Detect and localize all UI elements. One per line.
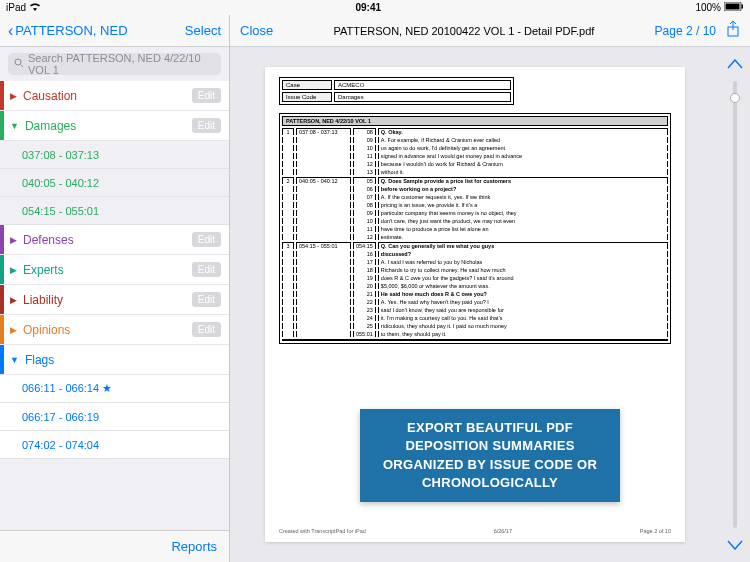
triangle-right-icon: ▶	[10, 91, 17, 101]
meta-table: CaseACMECO Issue CodeDamages	[279, 77, 514, 105]
footer-date: 6/26/17	[494, 528, 512, 534]
depo-line: 22A. Yes. He said why haven't they paid …	[282, 299, 668, 305]
search-placeholder: Search PATTERSON, NED 4/22/10 VOL 1	[28, 52, 215, 76]
depo-line: 08pricing is an issue, we provide it. If…	[282, 202, 668, 208]
range-item[interactable]: 037:08 - 037:13	[0, 141, 229, 169]
depo-line: 20$5,000, $6,000 or whatever the amount …	[282, 283, 668, 289]
chevron-left-icon: ‹	[8, 22, 13, 40]
battery-pct: 100%	[695, 2, 721, 13]
depo-line: 21He said how much does R & C owe you?	[282, 291, 668, 297]
scroll-track[interactable]	[733, 81, 737, 528]
status-time: 09:41	[355, 2, 381, 13]
promo-banner: EXPORT BEAUTIFUL PDF DEPOSITION SUMMARIE…	[360, 409, 620, 502]
page-scroll-control	[720, 47, 750, 562]
edit-button[interactable]: Edit	[192, 292, 221, 307]
depo-line: 16discussed?	[282, 251, 668, 257]
color-marker	[0, 345, 4, 374]
status-bar: iPad 09:41 100%	[0, 0, 750, 15]
color-marker	[0, 225, 4, 254]
depo-line: 09particular company that seems money is…	[282, 210, 668, 216]
deposition-table: PATTERSON, NED 4/22/10 VOL 1 1037:08 - 0…	[279, 113, 671, 344]
depo-line: 055:01to them, they should pay it.	[282, 331, 668, 337]
sidebar: ‹ PATTERSON, NED Select Search PATTERSON…	[0, 15, 230, 562]
depo-line: 25ridiculous, they should pay it. I paid…	[282, 323, 668, 329]
back-label: PATTERSON, NED	[15, 23, 127, 38]
issue-label: Defenses	[23, 233, 192, 247]
chevron-down-icon[interactable]	[727, 536, 743, 554]
depo-line: 06before working on a project?	[282, 186, 668, 192]
range-item[interactable]: 040:05 - 040:12	[0, 169, 229, 197]
depo-title: PATTERSON, NED 4/22/10 VOL 1	[282, 116, 668, 126]
issue-flags[interactable]: ▼ Flags	[0, 345, 229, 375]
search-icon	[14, 58, 24, 70]
meta-value: ACMECO	[334, 80, 511, 90]
content-header: Close PATTERSON, NED 20100422 VOL 1 - De…	[230, 15, 750, 47]
carrier-label: iPad	[6, 2, 26, 13]
issue-label: Causation	[23, 89, 192, 103]
sidebar-header: ‹ PATTERSON, NED Select	[0, 15, 229, 47]
triangle-right-icon: ▶	[10, 295, 17, 305]
select-button[interactable]: Select	[185, 23, 221, 38]
pdf-footer: Created with TranscriptPad for iPad 6/26…	[279, 528, 671, 534]
edit-button[interactable]: Edit	[192, 88, 221, 103]
depo-line: 24it. I'm making a courtesy call to you.…	[282, 315, 668, 321]
depo-line: 18Richards to try to collect money. He s…	[282, 267, 668, 273]
reports-button[interactable]: Reports	[171, 539, 217, 554]
footer-page: Page 2 of 10	[640, 528, 671, 534]
color-marker	[0, 111, 4, 140]
svg-point-3	[15, 59, 21, 65]
flag-label: 066:11 - 066:14 ★	[22, 382, 112, 395]
edit-button[interactable]: Edit	[192, 118, 221, 133]
banner-line2: ORGANIZED BY ISSUE CODE OR CHRONOLOGICAL…	[382, 456, 598, 492]
footer-credit: Created with TranscriptPad for iPad	[279, 528, 366, 534]
battery-icon	[724, 2, 744, 13]
triangle-down-icon: ▼	[10, 355, 19, 365]
issue-damages[interactable]: ▼ Damages Edit	[0, 111, 229, 141]
back-button[interactable]: ‹ PATTERSON, NED	[8, 22, 128, 40]
issue-label: Damages	[25, 119, 192, 133]
issue-liability[interactable]: ▶ Liability Edit	[0, 285, 229, 315]
edit-button[interactable]: Edit	[192, 322, 221, 337]
depo-line: 11have time to produce a price list let …	[282, 226, 668, 232]
search-input[interactable]: Search PATTERSON, NED 4/22/10 VOL 1	[8, 53, 221, 75]
flag-item[interactable]: 066:17 - 066:19	[0, 403, 229, 431]
share-icon[interactable]	[726, 21, 740, 40]
depo-line: 13without it.	[282, 169, 668, 175]
banner-line1: EXPORT BEAUTIFUL PDF DEPOSITION SUMMARIE…	[382, 419, 598, 455]
color-marker	[0, 285, 4, 314]
svg-line-4	[21, 65, 24, 68]
svg-rect-2	[741, 5, 743, 9]
edit-button[interactable]: Edit	[192, 262, 221, 277]
depo-line: 12because I wouldn't do work for Richard…	[282, 161, 668, 167]
color-marker	[0, 255, 4, 284]
issue-causation[interactable]: ▶ Causation Edit	[0, 81, 229, 111]
depo-line: 2040:05 - 040:1205Q. Does Sample provide…	[282, 177, 668, 184]
depo-line: 11signed in advance and I would get mone…	[282, 153, 668, 159]
scroll-thumb[interactable]	[730, 93, 740, 103]
flag-item[interactable]: 066:11 - 066:14 ★	[0, 375, 229, 403]
issue-experts[interactable]: ▶ Experts Edit	[0, 255, 229, 285]
issue-opinions[interactable]: ▶ Opinions Edit	[0, 315, 229, 345]
page-indicator[interactable]: Page 2 / 10	[655, 24, 716, 38]
range-item[interactable]: 054:15 - 055:01	[0, 197, 229, 225]
document-title: PATTERSON, NED 20100422 VOL 1 - Detail P…	[334, 25, 595, 37]
depo-line: 07A. If the customer requests it, yes. I…	[282, 194, 668, 200]
flag-item[interactable]: 074:02 - 074:04	[0, 431, 229, 459]
meta-value: Damages	[334, 92, 511, 102]
depo-line: 17A. I said I was referred to you by Nic…	[282, 259, 668, 265]
sidebar-footer: Reports	[0, 530, 229, 562]
content-area: Close PATTERSON, NED 20100422 VOL 1 - De…	[230, 15, 750, 562]
depo-line: 3054:15 - 055:01054:15Q. Can you general…	[282, 242, 668, 249]
edit-button[interactable]: Edit	[192, 232, 221, 247]
close-button[interactable]: Close	[240, 23, 273, 38]
depo-line: 09A. For example, if Richard & Cranium e…	[282, 137, 668, 143]
color-marker	[0, 81, 4, 110]
issue-defenses[interactable]: ▶ Defenses Edit	[0, 225, 229, 255]
issue-label: Experts	[23, 263, 192, 277]
triangle-right-icon: ▶	[10, 235, 17, 245]
issue-list: ▶ Causation Edit ▼ Damages Edit 037:08 -…	[0, 81, 229, 530]
meta-key: Issue Code	[282, 92, 332, 102]
chevron-up-icon[interactable]	[727, 55, 743, 73]
wifi-icon	[29, 2, 41, 13]
triangle-right-icon: ▶	[10, 265, 17, 275]
